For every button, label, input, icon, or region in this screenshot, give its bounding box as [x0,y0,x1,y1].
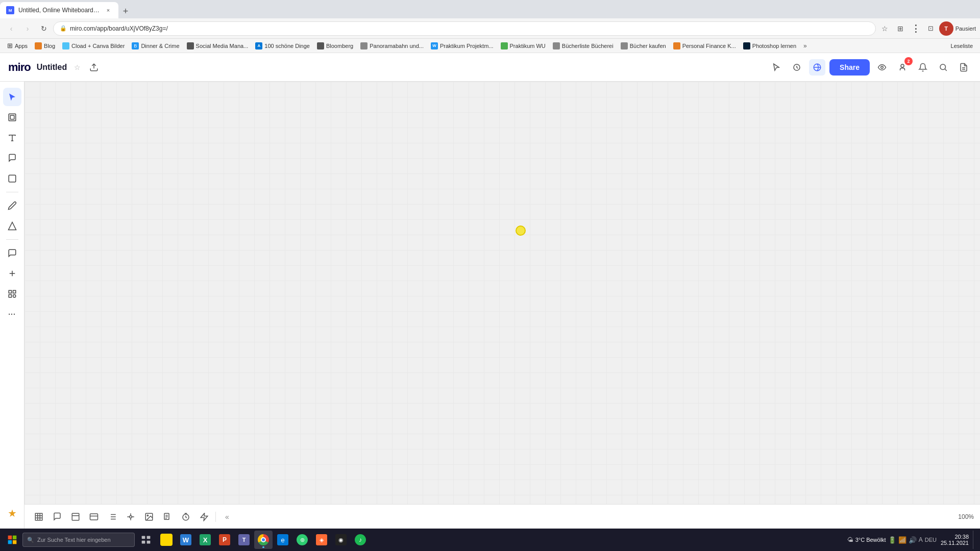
bookmark-cloud[interactable]: Cload + Canva Bilder [59,41,128,51]
new-tab-btn[interactable]: + [118,4,133,18]
extra4-app[interactable]: ♪ [351,531,370,549]
board-title[interactable]: Untitled [37,63,67,72]
bookmark-praktikum[interactable]: W Praktikum Projektm... [428,41,497,51]
canvas-area[interactable] [24,82,980,504]
taskbar-date: 25.11.2021 [941,540,969,546]
extra1-icon: ⊛ [297,534,308,545]
extra3-app[interactable]: ◉ [332,531,350,549]
forward-btn[interactable]: › [20,21,35,36]
frame-tool-btn[interactable] [3,108,21,127]
table-btn[interactable] [31,509,47,525]
excel-app[interactable]: X [196,531,214,549]
bookmark-panorama[interactable]: Panoramabahn und... [357,41,427,51]
wifi-tray-icon[interactable]: 📶 [898,536,906,544]
extra2-app[interactable]: ◈ [312,531,331,549]
app-container: miro Untitled ☆ Share [0,53,980,529]
miro-logo[interactable]: miro [8,61,31,74]
share-button[interactable]: Share [829,59,870,76]
weather-text: 3°C Bewölkt [855,537,886,543]
collapse-btn[interactable]: « [219,509,235,525]
active-tab[interactable]: M Untitled, Online Whiteboard for... × [0,2,118,18]
reload-btn[interactable]: ↻ [37,21,51,36]
upload-tool-btn[interactable] [3,285,21,303]
explorer-app[interactable] [157,531,176,549]
mindmap-bottom-btn[interactable] [122,509,139,525]
extensions-icon[interactable]: ⊞ [893,21,908,36]
bookmark-apps[interactable]: ⊞ Apps [4,41,31,51]
taskbar-search[interactable]: 🔍 Zur Suche Text hier eingeben [22,533,135,547]
zoom-level[interactable]: 100% [958,513,974,520]
shape-tool-btn[interactable] [3,169,21,188]
bookmark-personal[interactable]: Personal Finance K... [670,41,739,51]
taskbar-clock[interactable]: 20:38 25.11.2021 [941,534,969,546]
volume-tray-icon[interactable]: 🔊 [909,536,917,544]
comment-tool-btn[interactable] [3,244,21,262]
card-bottom-btn[interactable] [86,509,102,525]
show-desktop-btn[interactable] [973,531,976,549]
view-btn[interactable] [874,59,890,76]
edge-app[interactable]: e [274,531,292,549]
bookmark-photoshop[interactable]: Photoshop lernen [740,41,799,51]
chrome-app[interactable] [254,531,273,549]
pen-tool-btn[interactable] [3,196,21,215]
marker-tool-btn[interactable] [3,217,21,235]
svg-rect-16 [35,513,42,520]
bookmark-praktikum-wu[interactable]: Praktikum WU [498,41,549,51]
cursor-tools-btn[interactable] [768,59,785,76]
ai-tool-btn[interactable] [3,504,21,522]
start-btn[interactable] [4,532,20,548]
extra4-icon: ♪ [355,534,366,545]
cast-icon[interactable]: ⊡ [924,21,938,36]
bookmark-social[interactable]: Social Media Mana... [184,41,252,51]
teams-app[interactable]: T [235,531,253,549]
bookmark-blog[interactable]: Blog [32,41,58,51]
image-bottom-btn[interactable] [141,509,157,525]
chrome-icon [258,534,269,545]
bookmark-dinner[interactable]: B Dinner & Crime [129,41,182,51]
sticky-note-tool-btn[interactable] [3,149,21,167]
bookmark-bucher[interactable]: Bücher kaufen [618,41,669,51]
search-btn[interactable] [935,59,951,76]
present-btn[interactable] [809,59,825,76]
address-bar[interactable]: 🔒 miro.com/app/board/uXjVOf8yZ3g=/ [53,21,876,36]
timer-bottom-btn[interactable] [178,509,194,525]
browser-menu-icon[interactable]: ⋮ [909,21,923,36]
add-tool-btn[interactable] [3,264,21,283]
reading-list-btn[interactable]: Leseliste [948,42,976,50]
bookmark-icon[interactable]: ☆ [878,21,892,36]
cursor-indicator [516,226,526,236]
taskbar-search-icon: 🔍 [27,537,34,543]
text-tool-btn[interactable] [3,129,21,147]
sticky-bottom-btn[interactable] [49,509,65,525]
bloomberg-icon [317,42,324,49]
doc-bottom-btn[interactable] [159,509,176,525]
battery-tray-icon[interactable]: 🔋 [888,536,896,544]
list-bottom-btn[interactable] [104,509,120,525]
bookmark-bucherliste[interactable]: Bücherliste Bücherei [550,41,617,51]
ime-tray-icon[interactable]: A [919,536,923,543]
bookmark-100[interactable]: A 100 schöne Dinge [252,41,313,51]
word-app[interactable]: W [177,531,195,549]
taskview-btn[interactable] [137,531,155,549]
bookmark-bloomberg[interactable]: Bloomberg [314,41,356,51]
profile-avatar[interactable]: T [939,21,953,36]
lightning-bottom-btn[interactable] [196,509,212,525]
collab-btn[interactable]: 2 [894,59,911,76]
note-bottom-btn[interactable] [67,509,84,525]
star-icon[interactable]: ☆ [74,63,81,71]
select-tool-btn[interactable] [3,88,21,106]
extra1-app[interactable]: ⊛ [293,531,311,549]
bell-btn[interactable] [915,59,931,76]
bookmarks-more[interactable]: » [800,41,810,51]
notes-btn[interactable] [955,59,972,76]
toolbar-separator-1 [6,192,18,192]
back-btn[interactable]: ‹ [4,21,18,36]
more-tools-btn[interactable]: ··· [3,305,21,323]
upload-btn[interactable] [87,60,101,74]
extra2-icon: ◈ [316,534,327,545]
powerpoint-app[interactable]: P [215,531,234,549]
tab-close-btn[interactable]: × [104,6,112,14]
timer-btn[interactable] [789,59,805,76]
profile-label[interactable]: Pausiert [955,26,976,32]
network-tray-icon[interactable]: 🌤 [847,536,853,543]
